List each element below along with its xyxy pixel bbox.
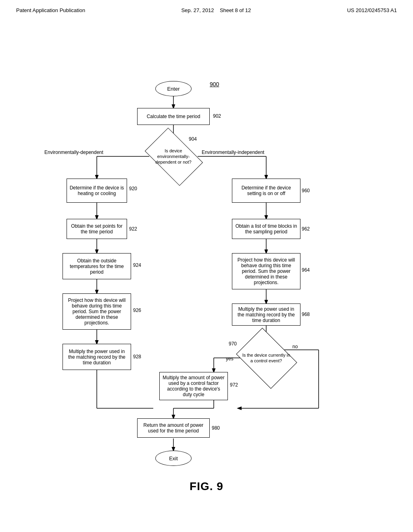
yes-label: yes	[226, 356, 234, 362]
env-independent-label: Environmentally-independent	[202, 150, 264, 155]
fig-caption: FIG. 9	[190, 480, 223, 493]
determine-heating-node: Determine if the device is heating or co…	[67, 179, 127, 203]
page-header: Patent Application Publication Sep. 27, …	[0, 0, 413, 17]
ref-922: 922	[129, 226, 137, 232]
ref-972: 972	[230, 382, 238, 388]
calculate-node: Calculate the time period	[137, 108, 210, 125]
ref-960: 960	[302, 188, 310, 193]
ref-928: 928	[133, 354, 141, 360]
multiply-power-node: Multiply the amount of power used by a c…	[159, 372, 228, 400]
ref-902: 902	[213, 113, 221, 119]
header-center: Sep. 27, 2012 Sheet 8 of 12	[181, 7, 251, 13]
multiply-right-node: Multiply the power used in the matching …	[232, 303, 300, 326]
obtain-outside-temps-node: Obtain the outside temperatures for the …	[63, 253, 131, 279]
enter-node: Enter	[155, 81, 192, 96]
ref-964: 964	[302, 267, 310, 273]
return-power-node: Return the amount of power used for the …	[137, 418, 210, 438]
ref-920: 920	[129, 186, 137, 191]
diagram-number: 900	[210, 81, 219, 87]
no-label: no	[292, 344, 298, 349]
diagram-area: 900 Enter Calculate the time period 902 …	[0, 21, 413, 505]
project-right-node: Project how this device will behave duri…	[232, 253, 300, 289]
env-dependent-label: Environmentally-dependent	[44, 150, 103, 155]
obtain-time-blocks-node: Obtain a list of time blocks in the samp…	[232, 219, 300, 239]
ref-980: 980	[212, 425, 220, 431]
header-left: Patent Application Publication	[16, 7, 85, 13]
exit-node: Exit	[155, 451, 192, 466]
control-event-diamond: Is the device currently in a control eve…	[242, 340, 290, 376]
multiply-left-node: Multiply the power used in the matching …	[63, 344, 131, 370]
ref-924: 924	[133, 262, 141, 268]
obtain-setpoints-node: Obtain the set points for the time perio…	[67, 219, 127, 239]
header-right: US 2012/0245753 A1	[347, 7, 397, 13]
determine-setting-node: Determine if the device setting is on or…	[232, 179, 300, 203]
ref-926: 926	[133, 308, 141, 313]
env-dependent-diamond: Is device environmentally-dependent or n…	[149, 140, 198, 172]
ref-962: 962	[302, 226, 310, 232]
ref-968: 968	[302, 312, 310, 317]
ref-970: 970	[229, 341, 237, 347]
project-left-node: Project how this device will behave duri…	[63, 293, 131, 330]
